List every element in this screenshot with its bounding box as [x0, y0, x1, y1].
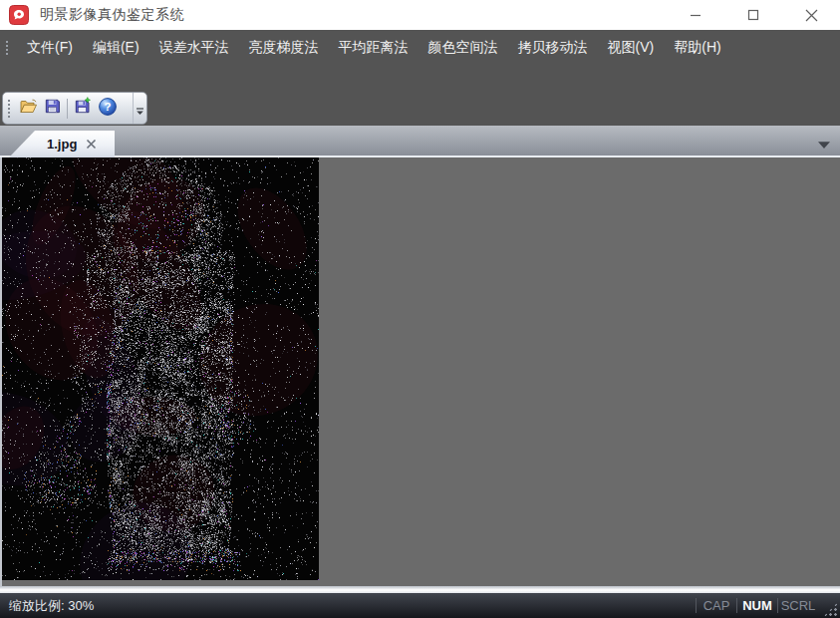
- toolbar: ?: [2, 92, 147, 125]
- toolbar-dock: ?: [0, 66, 840, 126]
- menu-item-luminance-gradient[interactable]: 亮度梯度法: [239, 35, 329, 61]
- save-as-button[interactable]: [70, 96, 95, 122]
- menu-item-copy-move[interactable]: 拷贝移动法: [508, 35, 598, 61]
- zoom-ratio-text: 缩放比例: 30%: [9, 597, 94, 615]
- window-title: 明景影像真伪鉴定系统: [40, 6, 184, 24]
- menu-item-color-space[interactable]: 颜色空间法: [419, 35, 508, 61]
- caps-lock-indicator: CAP: [697, 598, 736, 613]
- analysis-image[interactable]: [2, 157, 319, 580]
- toolbar-grip-icon[interactable]: [7, 99, 11, 119]
- toolbar-options-button[interactable]: [133, 93, 146, 124]
- menubar: 文件(F) 编辑(E) 误差水平法 亮度梯度法 平均距离法 颜色空间法 拷贝移动…: [0, 30, 840, 66]
- menu-item-edit[interactable]: 编辑(E): [83, 35, 149, 61]
- statusbar: 缩放比例: 30% CAP NUM SCRL: [0, 593, 840, 618]
- app-logo-icon: [9, 5, 29, 25]
- toolbar-options-chevron-icon: [136, 102, 144, 120]
- scroll-lock-indicator: SCRL: [778, 598, 818, 613]
- tab-close-button[interactable]: [86, 139, 97, 150]
- save-as-floppy-icon: [73, 97, 92, 120]
- num-lock-indicator: NUM: [737, 598, 777, 613]
- resize-grip-icon[interactable]: [823, 602, 838, 617]
- menu-item-average-distance[interactable]: 平均距离法: [329, 35, 419, 61]
- menu-item-view[interactable]: 视图(V): [598, 35, 665, 61]
- save-button[interactable]: [40, 96, 65, 122]
- svg-text:?: ?: [104, 101, 111, 113]
- tab-list-dropdown-button[interactable]: [817, 141, 831, 150]
- open-folder-icon: [18, 97, 38, 121]
- document-area[interactable]: [0, 157, 840, 586]
- menu-item-help[interactable]: 帮助(H): [664, 35, 730, 61]
- save-floppy-icon: [43, 97, 62, 120]
- help-button[interactable]: ?: [95, 96, 120, 122]
- toolbar-separator: [67, 99, 68, 119]
- close-button[interactable]: [782, 0, 840, 30]
- maximize-button[interactable]: [724, 0, 782, 30]
- menubar-grip-icon[interactable]: [5, 40, 9, 56]
- help-icon: ?: [98, 97, 118, 121]
- keyboard-indicators: CAP NUM SCRL: [696, 593, 840, 618]
- menu-item-file[interactable]: 文件(F): [17, 35, 83, 61]
- tab-1jpg[interactable]: 1.jpg: [9, 131, 115, 157]
- tab-label: 1.jpg: [47, 137, 77, 152]
- tabbar: 1.jpg: [0, 126, 840, 157]
- titlebar: 明景影像真伪鉴定系统: [0, 0, 840, 30]
- menu-item-error-level[interactable]: 误差水平法: [149, 35, 239, 61]
- chevron-down-icon: [817, 141, 831, 150]
- minimize-button[interactable]: [667, 0, 724, 30]
- content-bottom-edge: [0, 586, 840, 593]
- open-file-button[interactable]: [15, 96, 40, 122]
- window-controls: [667, 0, 840, 30]
